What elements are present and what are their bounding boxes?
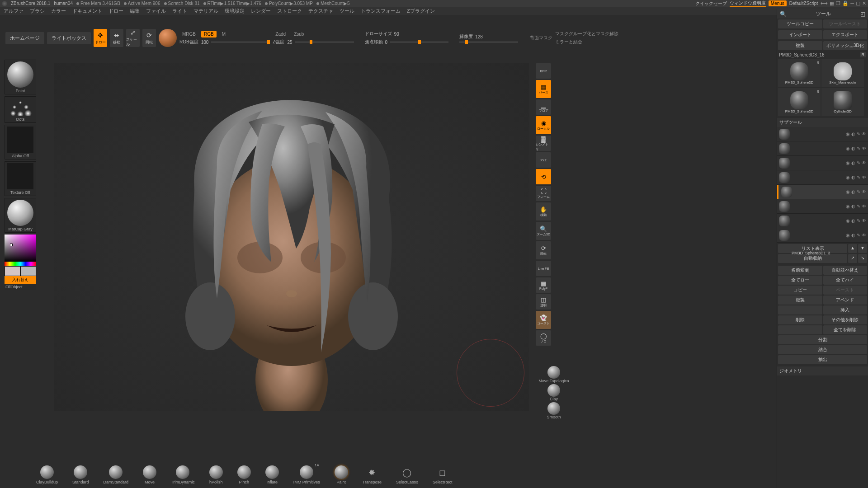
brush-trimdynamic[interactable]: TrimDynamic [171, 465, 195, 484]
brush-hpolish[interactable]: hPolish [209, 465, 223, 484]
color-picker[interactable]: 入れ替え FillObject [5, 235, 36, 290]
tool-paste[interactable]: ツールペースト [823, 19, 868, 28]
tool-thumb-3[interactable]: Cylinder3D [821, 88, 864, 116]
qb-smooth[interactable]: Smooth [547, 402, 561, 419]
extract-button[interactable]: 抽出 [778, 355, 867, 364]
menu-transform[interactable]: トランスフォーム [361, 8, 401, 14]
focal-slider[interactable] [390, 42, 448, 42]
brush-claybuildup[interactable]: ClayBuildup [36, 465, 58, 484]
axis-lock[interactable]: ⟲ [536, 169, 551, 184]
duplicate-button[interactable]: 複製 [778, 41, 822, 50]
brush-selector[interactable]: Paint [5, 60, 36, 94]
collapse-icon[interactable]: ◰ [860, 11, 865, 17]
split-button[interactable]: 分割 [778, 335, 867, 344]
delete-other[interactable]: その他を削除 [823, 315, 868, 324]
qb-movetopo[interactable]: Move Topologica [538, 366, 569, 383]
m-mode[interactable]: M [219, 31, 228, 38]
menu-stroke[interactable]: ストローク [277, 8, 302, 14]
zsub-mode[interactable]: Zsub [291, 31, 307, 38]
menu-texture[interactable]: テクスチャ [308, 8, 333, 14]
copy-button[interactable]: コピー [778, 286, 822, 295]
solo-button[interactable]: ◯ソロ [536, 330, 551, 346]
menu-zplugin[interactable]: Zプラグイン [407, 8, 435, 14]
menus-toggle[interactable]: Menus [769, 0, 787, 6]
swap-colors[interactable]: 入れ替え [5, 276, 36, 284]
tool-selectlasso[interactable]: ◯SelectLasso [396, 467, 418, 484]
frame-button[interactable]: ⛶フレーム [536, 186, 551, 201]
menu-material[interactable]: マテリアル [193, 8, 218, 14]
minimize-icon[interactable]: ─ [850, 0, 854, 6]
menu-alpha[interactable]: アルファ [4, 8, 24, 14]
geometry-header[interactable]: ジオメトリ [777, 366, 868, 375]
draw-mode[interactable]: ✥ドロー [94, 29, 107, 47]
delete-all[interactable]: 全てを削除 [823, 325, 868, 334]
tool-copy[interactable]: ツールコピー [778, 19, 822, 28]
polyf-button[interactable]: ▦PolyF [536, 277, 551, 293]
arrows-icon[interactable]: ⟷ [821, 0, 828, 6]
alllow-button[interactable]: 全てロー [778, 276, 822, 285]
ghost-button[interactable]: 👻ゴースト [536, 311, 551, 329]
menu-edit[interactable]: 編集 [130, 8, 140, 14]
menu-color[interactable]: カラー [51, 8, 66, 14]
material-selector[interactable]: MatCap Gray [5, 198, 36, 233]
auto-collapse[interactable]: 自動収納 [778, 254, 847, 263]
merge-button[interactable]: 結合 [778, 345, 867, 354]
brush-paint[interactable]: Paint [335, 465, 348, 484]
rgb-mode[interactable]: RGB [201, 31, 217, 38]
nav-rotate[interactable]: ⟳回転 [536, 241, 551, 259]
tool-thumb-1[interactable]: Skin_Mannequin [821, 59, 864, 87]
tool-thumb-0[interactable]: 9PM3D_Sphere3D [778, 59, 821, 87]
backface-mask[interactable]: 背面マスク [530, 35, 552, 41]
viewport[interactable] [54, 63, 529, 411]
close-icon[interactable]: ✕ [862, 0, 866, 6]
lock-icon[interactable]: 🔒 [842, 0, 849, 6]
rename-button[interactable]: 名前変更 [778, 266, 822, 275]
moveup-icon[interactable]: ↗ [848, 254, 857, 263]
brush-standard[interactable]: Standard [72, 465, 89, 484]
subtool-item-6[interactable]: ◉◐✎👁 [777, 214, 868, 228]
down-icon[interactable]: ▼ [858, 244, 867, 253]
tool-selectrect[interactable]: ◻SelectRect [433, 467, 453, 484]
linefill-button[interactable]: Line Fill [536, 261, 551, 276]
subtool-item-0[interactable]: ◉◐✎👁 [777, 127, 868, 141]
subtool-item-3[interactable]: ◉◐✎👁 [777, 170, 868, 185]
fill-object[interactable]: FillObject [5, 284, 36, 290]
dup-button[interactable]: 複製 [778, 296, 822, 305]
bpr-button[interactable]: BPR [536, 63, 551, 79]
lightbox-button[interactable]: ライトボックス [47, 32, 91, 44]
xyz-button[interactable]: XYZ [536, 152, 551, 168]
menu-document[interactable]: ドキュメント [72, 8, 102, 14]
copy-icon[interactable]: ❐ [836, 0, 840, 6]
menu-tool[interactable]: ツール [340, 8, 354, 14]
subtool-item-7[interactable]: ◉◐✎👁 [777, 228, 868, 243]
mask-group[interactable]: マスクグループ化とマスク解除 [555, 31, 618, 37]
brush-damstandard[interactable]: DamStandard [104, 465, 129, 484]
window-transparency[interactable]: ウィンドウ透明度 [730, 0, 766, 7]
move-mode[interactable]: ⬌移動 [110, 29, 123, 47]
subtool-item-2[interactable]: ◉◐✎👁 [777, 156, 868, 170]
brush-immprim[interactable]: IMM Primitives [293, 465, 320, 484]
tool-transpose[interactable]: ✸Transpose [363, 467, 382, 484]
menu-render[interactable]: レンダー [251, 8, 271, 14]
resolution-slider[interactable] [459, 42, 518, 42]
search-icon[interactable]: 🔍 [780, 11, 787, 17]
delete-button[interactable]: 削除 [778, 315, 822, 324]
transparent-button[interactable]: ◫透明 [536, 294, 551, 310]
up-icon[interactable]: ▲ [848, 244, 857, 253]
autoreorder-button[interactable]: 自動並べ替え [823, 266, 868, 275]
menu-brush[interactable]: ブラシ [30, 8, 45, 14]
texture-selector[interactable]: Texture Off [5, 161, 36, 196]
nav-zoom[interactable]: 🔍ズーム3D [536, 222, 551, 240]
menu-draw[interactable]: ドロー [108, 8, 123, 14]
insert-button[interactable]: 挿入 [823, 305, 868, 314]
floor-button[interactable]: ▁フロア [536, 99, 551, 115]
brush-pinch[interactable]: Pinch [237, 465, 251, 484]
r-badge[interactable]: R [860, 52, 867, 57]
material-picker[interactable] [159, 29, 177, 47]
tool-thumb-2[interactable]: 9PM3D_Sphere3D [778, 88, 821, 116]
scale-mode[interactable]: ⤢スケール [126, 29, 140, 47]
home-button[interactable]: ホームページ [5, 32, 44, 44]
zscript-label[interactable]: DefaultZScript [789, 1, 818, 6]
rgb-intensity-slider[interactable] [211, 42, 270, 42]
paste-button[interactable]: ペースト [823, 286, 868, 295]
